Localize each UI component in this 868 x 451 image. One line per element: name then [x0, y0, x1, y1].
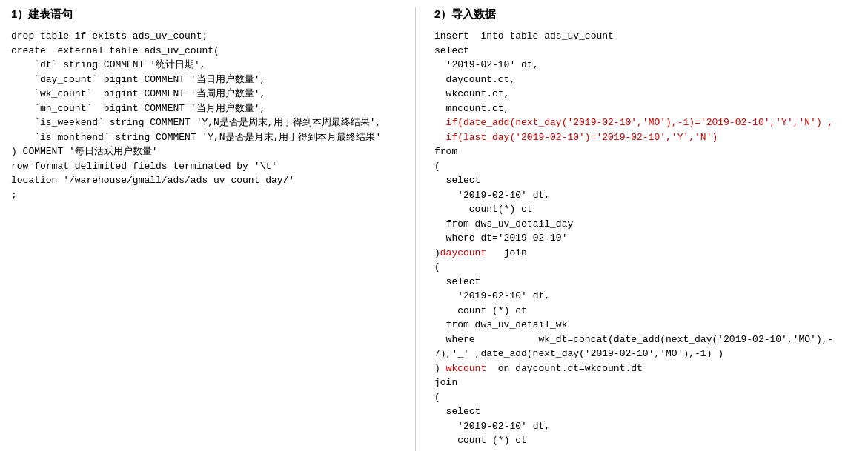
code-line: '2019-02-10' dt, — [434, 289, 857, 304]
code-line: ) COMMENT '每日活跃用户数量' — [11, 144, 397, 159]
code-line: join — [434, 375, 857, 390]
code-line: from dws_uv_detail_mn — [434, 448, 857, 452]
code-line: ( — [434, 390, 857, 405]
right-title: 2）导入数据 — [434, 7, 857, 21]
code-line: `mn_count` bigint COMMENT '当月用户数量', — [11, 101, 397, 116]
code-line: ; — [11, 188, 397, 203]
code-line: '2019-02-10' dt, — [434, 58, 857, 73]
code-line: '2019-02-10' dt, — [434, 419, 857, 434]
code-line: `wk_count` bigint COMMENT '当周用户数量', — [11, 87, 397, 101]
code-line: count (*) ct — [434, 304, 857, 318]
code-line: select — [434, 173, 857, 188]
code-line: ) wkcount on daycount.dt=wkcount.dt — [434, 361, 857, 376]
code-line: drop table if exists ads_uv_count; — [11, 29, 397, 44]
code-line: )daycount join — [434, 246, 857, 261]
right-code: insert into table ads_uv_countselect '20… — [434, 29, 857, 451]
main-container: 1）建表语句 drop table if exists ads_uv_count… — [11, 7, 857, 451]
code-line: ( — [434, 159, 857, 174]
code-line: create external table ads_uv_count( — [11, 44, 397, 59]
code-line: select — [434, 404, 857, 419]
code-line: select — [434, 44, 857, 59]
code-line: count(*) ct — [434, 202, 857, 217]
right-panel: 2）导入数据 insert into table ads_uv_countsel… — [434, 7, 857, 451]
code-line: mncount.ct, — [434, 101, 857, 116]
code-line: ( — [434, 260, 857, 275]
code-line: if(date_add(next_day('2019-02-10','MO'),… — [434, 116, 857, 130]
code-line: `is_monthend` string COMMENT 'Y,N是否是月末,用… — [11, 130, 397, 145]
left-title: 1）建表语句 — [11, 7, 397, 21]
code-line: '2019-02-10' dt, — [434, 188, 857, 203]
code-line: from — [434, 144, 857, 159]
code-line: row format delimited fields terminated b… — [11, 159, 397, 174]
left-code: drop table if exists ads_uv_count;create… — [11, 29, 397, 202]
left-panel: 1）建表语句 drop table if exists ads_uv_count… — [11, 7, 397, 451]
code-line: from dws_uv_detail_day — [434, 217, 857, 232]
code-line: where wk_dt=concat(date_add(next_day('20… — [434, 333, 857, 361]
code-line: where dt='2019-02-10' — [434, 231, 857, 246]
code-line: if(last_day('2019-02-10')='2019-02-10','… — [434, 130, 857, 145]
code-line: `dt` string COMMENT '统计日期', — [11, 58, 397, 73]
code-line: `is_weekend` string COMMENT 'Y,N是否是周末,用于… — [11, 116, 397, 130]
code-line: from dws_uv_detail_wk — [434, 318, 857, 333]
code-line: select — [434, 275, 857, 290]
panel-divider — [415, 7, 416, 451]
code-line: daycount.ct, — [434, 73, 857, 87]
code-line: `day_count` bigint COMMENT '当日用户数量', — [11, 73, 397, 87]
code-line: location '/warehouse/gmall/ads/ads_uv_co… — [11, 173, 397, 188]
code-line: insert into table ads_uv_count — [434, 29, 857, 44]
code-line: wkcount.ct, — [434, 87, 857, 101]
code-line: count (*) ct — [434, 433, 857, 448]
